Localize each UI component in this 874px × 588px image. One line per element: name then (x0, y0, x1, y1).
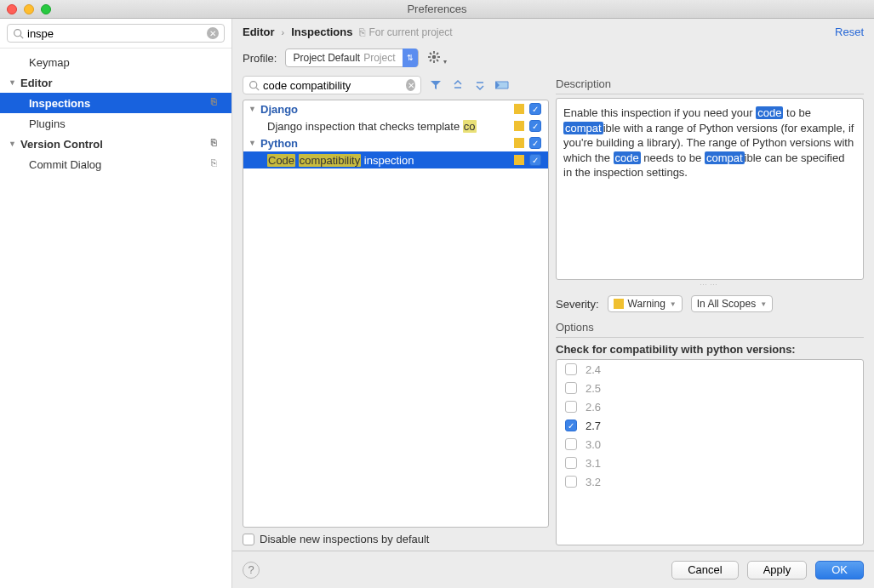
reset-link[interactable]: Reset (835, 26, 864, 38)
help-icon[interactable]: ? (243, 562, 260, 579)
version-checkbox[interactable] (565, 438, 577, 450)
inspection-enabled-checkbox[interactable]: ✓ (529, 103, 541, 115)
svg-line-7 (430, 53, 431, 54)
ok-button[interactable]: OK (815, 561, 864, 579)
cancel-button[interactable]: Cancel (671, 561, 738, 579)
svg-line-1 (20, 35, 23, 37)
chevron-right-icon: › (282, 27, 285, 37)
version-label: 3.1 (586, 457, 601, 470)
version-checkbox[interactable] (565, 476, 577, 488)
description-title: Description (556, 76, 864, 94)
inspection-search-input[interactable] (263, 79, 406, 92)
expand-all-icon[interactable] (450, 77, 466, 93)
inspection-enabled-checkbox[interactable]: ✓ (529, 137, 541, 149)
chevron-down-icon: ▼ (670, 300, 677, 308)
profile-row: Profile: Project Default Project ⇅ ▾ (232, 45, 874, 76)
profile-label: Profile: (243, 52, 277, 65)
sidebar-item-inspections[interactable]: Inspections ⎘ (0, 93, 231, 113)
disable-new-label: Disable new inspections by default (260, 533, 429, 545)
minimize-window-button[interactable] (24, 4, 34, 14)
clear-search-icon[interactable]: ✕ (207, 27, 219, 39)
zoom-window-button[interactable] (41, 4, 51, 14)
inspection-item-django-template[interactable]: Django inspection that checks template c… (243, 117, 548, 134)
resize-handle[interactable]: ⋯⋯ (556, 280, 864, 292)
version-option-2-7[interactable]: ✓2.7 (557, 416, 863, 435)
inspection-enabled-checkbox[interactable]: ✓ (529, 154, 541, 166)
project-scope-icon: ⎘ (211, 157, 225, 171)
inspection-group-python[interactable]: ▼ Python ✓ (243, 134, 548, 151)
severity-color-icon (614, 299, 624, 309)
inspection-search[interactable]: ✕ (243, 76, 421, 94)
breadcrumb-editor[interactable]: Editor (243, 26, 275, 38)
inspection-enabled-checkbox[interactable]: ✓ (529, 120, 541, 132)
profile-name: Project Default (293, 52, 360, 64)
version-label: 2.4 (586, 363, 601, 376)
version-label: 2.7 (586, 420, 601, 432)
description-text: Enable this inspection if you need your … (556, 98, 864, 280)
version-checkbox[interactable] (565, 401, 577, 413)
sidebar-search[interactable]: ✕ (7, 24, 225, 43)
disable-new-inspections-row[interactable]: Disable new inspections by default (243, 528, 549, 545)
sidebar-item-version-control[interactable]: ▼ Version Control ⎘ (0, 134, 231, 154)
version-checkbox[interactable] (565, 457, 577, 469)
severity-dropdown[interactable]: Warning ▼ (608, 295, 683, 312)
svg-line-8 (437, 60, 438, 61)
sidebar-item-keymap[interactable]: Keymap (0, 52, 231, 72)
chevron-down-icon: ▼ (9, 140, 17, 148)
version-option-3-1[interactable]: 3.1 (557, 454, 863, 472)
search-icon (248, 80, 260, 91)
right-panel: Description Enable this inspection if yo… (556, 76, 864, 545)
version-checkbox[interactable]: ✓ (565, 420, 577, 431)
version-option-2-5[interactable]: 2.5 (557, 379, 863, 397)
collapse-all-icon[interactable] (472, 77, 488, 93)
version-option-3-2[interactable]: 3.2 (557, 472, 863, 491)
apply-button[interactable]: Apply (747, 561, 808, 579)
gear-icon[interactable]: ▾ (427, 50, 448, 66)
version-label: 3.2 (586, 476, 601, 488)
sidebar-item-plugins[interactable]: Plugins (0, 113, 231, 134)
breadcrumb: Editor › Inspections ⎘ For current proje… (232, 19, 874, 45)
inspection-tree[interactable]: ▼ Django ✓ Django inspection that checks… (243, 100, 549, 528)
profile-select[interactable]: Project Default Project ⇅ (285, 49, 418, 67)
reset-filter-icon[interactable] (494, 77, 510, 93)
clear-search-icon[interactable]: ✕ (406, 79, 415, 91)
severity-indicator (514, 155, 524, 165)
window-title: Preferences (407, 3, 466, 15)
severity-label: Severity: (556, 298, 599, 311)
chevron-down-icon: ▼ (9, 78, 17, 87)
python-versions-list: 2.42.52.6✓2.73.03.13.2 (556, 359, 864, 545)
titlebar: Preferences (0, 0, 874, 19)
options-title: Options (556, 319, 864, 338)
chevron-down-icon: ▼ (760, 300, 767, 308)
content-panel: Editor › Inspections ⎘ For current proje… (232, 19, 874, 588)
chevron-down-icon: ▼ (248, 139, 257, 147)
project-scope-icon: ⎘ (359, 26, 365, 38)
svg-line-10 (437, 53, 438, 54)
version-checkbox[interactable] (565, 363, 577, 375)
version-label: 3.0 (586, 438, 601, 451)
inspection-item-code-compatibility[interactable]: Code compatibility inspection ✓ (243, 151, 548, 168)
close-window-button[interactable] (7, 4, 17, 14)
sidebar-item-commit-dialog[interactable]: Commit Dialog ⎘ (0, 154, 231, 174)
sidebar-tree: Keymap ▼ Editor Inspections ⎘ Plugins ▼ … (0, 49, 231, 588)
inspection-panel: ✕ ▼ Django ✓ Django inspection that chec… (243, 76, 549, 545)
version-label: 2.6 (586, 401, 601, 414)
inspection-group-django[interactable]: ▼ Django ✓ (243, 100, 548, 117)
version-option-2-6[interactable]: 2.6 (557, 397, 863, 416)
version-label: 2.5 (586, 382, 601, 395)
version-option-2-4[interactable]: 2.4 (557, 360, 863, 379)
scope-dropdown[interactable]: In All Scopes ▼ (691, 295, 773, 312)
svg-point-2 (431, 54, 436, 59)
chevron-down-icon: ▼ (248, 105, 257, 113)
footer: ? Cancel Apply OK (232, 551, 874, 588)
version-checkbox[interactable] (565, 382, 577, 394)
options-subtitle: Check for compatibility with python vers… (556, 341, 864, 359)
project-scope-icon: ⎘ (211, 137, 225, 151)
version-option-3-0[interactable]: 3.0 (557, 435, 863, 454)
svg-point-11 (250, 81, 257, 88)
filter-icon[interactable] (428, 77, 443, 93)
sidebar-search-input[interactable] (27, 27, 207, 40)
disable-new-checkbox[interactable] (243, 534, 254, 545)
svg-line-9 (430, 60, 431, 61)
sidebar-item-editor[interactable]: ▼ Editor (0, 72, 231, 93)
